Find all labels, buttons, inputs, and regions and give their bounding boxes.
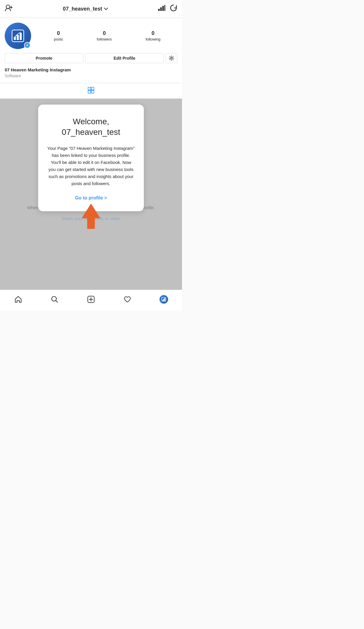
- svg-rect-14: [91, 87, 94, 90]
- arrow-triangle: [82, 204, 100, 218]
- following-count: 0: [151, 30, 154, 36]
- likes-nav-item[interactable]: [121, 293, 134, 306]
- add-post-nav-item[interactable]: [85, 293, 97, 306]
- go-to-profile-link[interactable]: Go to profile >: [75, 195, 107, 200]
- bottom-navigation: [0, 290, 182, 311]
- followers-label: followers: [97, 37, 112, 41]
- svg-rect-3: [158, 9, 160, 11]
- edit-profile-button[interactable]: Edit Profile: [85, 53, 164, 63]
- settings-button[interactable]: [166, 53, 177, 63]
- top-navigation: 07_heaven_test: [0, 0, 182, 18]
- tabs-area: [0, 83, 182, 99]
- chevron-down-icon: [104, 6, 108, 11]
- modal-title: Welcome,07_heaven_test: [47, 116, 135, 138]
- profile-category: Software: [5, 73, 177, 78]
- followers-count: 0: [103, 30, 106, 36]
- following-stat[interactable]: 0 following: [146, 30, 161, 41]
- following-label: following: [146, 37, 161, 41]
- svg-rect-11: [20, 33, 22, 40]
- profile-name: 07 Heaven Marketing Instagram: [5, 67, 177, 72]
- welcome-modal: Welcome,07_heaven_test Your Page "07 Hea…: [38, 105, 144, 211]
- home-nav-item[interactable]: [12, 293, 25, 306]
- svg-point-12: [171, 57, 172, 59]
- svg-rect-10: [17, 35, 19, 40]
- svg-rect-15: [88, 90, 91, 93]
- posts-stat[interactable]: 0 posts: [54, 30, 63, 41]
- avatar-add-button[interactable]: +: [24, 42, 31, 48]
- arrow-wrapper: [82, 204, 100, 229]
- arrow-container: [82, 204, 100, 229]
- avatar-wrapper: +: [5, 23, 31, 49]
- add-user-button[interactable]: [5, 4, 13, 13]
- content-area: Welcome,07_heaven_test Your Page "07 Hea…: [0, 99, 182, 290]
- modal-overlay: Welcome,07_heaven_test Your Page "07 Hea…: [0, 99, 182, 290]
- nav-right-icons: [158, 4, 177, 14]
- modal-body: Your Page "07 Heaven Marketing Instagram…: [47, 145, 135, 187]
- username-dropdown[interactable]: 07_heaven_test: [63, 6, 108, 12]
- svg-rect-13: [88, 87, 91, 90]
- svg-rect-6: [164, 5, 165, 11]
- insights-icon[interactable]: [158, 5, 166, 13]
- followers-stat[interactable]: 0 followers: [97, 30, 112, 41]
- grid-tab[interactable]: [82, 83, 100, 98]
- posts-count: 0: [57, 30, 60, 36]
- svg-rect-25: [164, 298, 165, 301]
- profile-avatar-small: [159, 295, 168, 304]
- action-buttons: Promote Edit Profile: [5, 53, 177, 63]
- svg-rect-16: [91, 90, 94, 93]
- svg-rect-5: [162, 6, 164, 11]
- svg-line-18: [56, 301, 58, 302]
- profile-nav-item[interactable]: [157, 293, 170, 306]
- svg-point-0: [6, 5, 10, 9]
- stats-row: 0 posts 0 followers 0 following: [37, 30, 177, 41]
- activity-icon[interactable]: [170, 4, 177, 14]
- profile-section: + 0 posts 0 followers 0 following Promot…: [0, 18, 182, 83]
- svg-rect-23: [162, 300, 163, 301]
- promote-button[interactable]: Promote: [5, 53, 83, 63]
- arrow-stem: [87, 218, 95, 229]
- svg-rect-4: [160, 7, 162, 11]
- username-text: 07_heaven_test: [63, 6, 102, 12]
- search-nav-item[interactable]: [48, 293, 61, 306]
- svg-rect-24: [164, 299, 164, 301]
- posts-label: posts: [54, 37, 63, 41]
- svg-rect-9: [14, 37, 16, 40]
